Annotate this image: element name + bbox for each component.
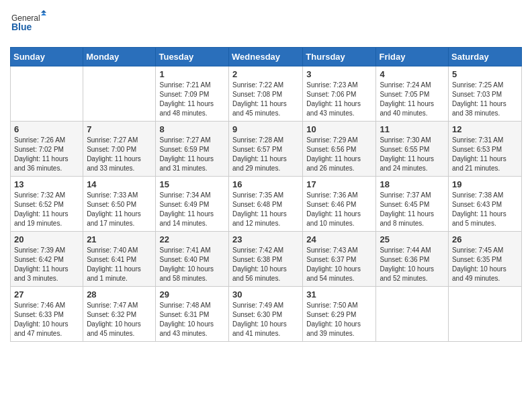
calendar-cell: 25Sunrise: 7:44 AM Sunset: 6:36 PM Dayli… xyxy=(376,232,449,287)
calendar-cell: 5Sunrise: 7:25 AM Sunset: 7:03 PM Daylig… xyxy=(449,66,522,122)
day-number: 15 xyxy=(159,179,225,189)
day-number: 14 xyxy=(87,179,152,189)
day-number: 8 xyxy=(159,124,225,134)
day-info: Sunrise: 7:39 AM Sunset: 6:42 PM Dayligh… xyxy=(14,246,79,283)
calendar-cell: 19Sunrise: 7:38 AM Sunset: 6:43 PM Dayli… xyxy=(449,177,522,232)
calendar-cell: 11Sunrise: 7:30 AM Sunset: 6:55 PM Dayli… xyxy=(376,122,449,177)
day-number: 26 xyxy=(452,234,518,244)
day-info: Sunrise: 7:36 AM Sunset: 6:46 PM Dayligh… xyxy=(306,191,372,228)
calendar-week-row: 1Sunrise: 7:21 AM Sunset: 7:09 PM Daylig… xyxy=(11,66,522,122)
day-info: Sunrise: 7:41 AM Sunset: 6:40 PM Dayligh… xyxy=(159,246,225,283)
calendar-cell: 27Sunrise: 7:46 AM Sunset: 6:33 PM Dayli… xyxy=(11,287,83,342)
svg-marker-2 xyxy=(41,10,46,13)
day-info: Sunrise: 7:28 AM Sunset: 6:57 PM Dayligh… xyxy=(232,136,299,173)
calendar-cell: 21Sunrise: 7:40 AM Sunset: 6:41 PM Dayli… xyxy=(83,232,156,287)
logo-svg: General Blue xyxy=(10,10,47,40)
day-info: Sunrise: 7:42 AM Sunset: 6:38 PM Dayligh… xyxy=(232,246,299,283)
day-number: 13 xyxy=(14,179,79,189)
day-number: 31 xyxy=(306,289,372,300)
calendar-cell: 7Sunrise: 7:27 AM Sunset: 7:00 PM Daylig… xyxy=(83,122,156,177)
day-number: 6 xyxy=(14,124,79,134)
page-header: General Blue xyxy=(10,10,522,40)
day-info: Sunrise: 7:50 AM Sunset: 6:29 PM Dayligh… xyxy=(306,301,372,338)
day-info: Sunrise: 7:32 AM Sunset: 6:52 PM Dayligh… xyxy=(14,191,79,228)
day-header-monday: Monday xyxy=(83,48,156,66)
calendar-cell: 12Sunrise: 7:31 AM Sunset: 6:53 PM Dayli… xyxy=(449,122,522,177)
day-header-thursday: Thursday xyxy=(303,48,376,66)
calendar-cell: 24Sunrise: 7:43 AM Sunset: 6:37 PM Dayli… xyxy=(303,232,376,287)
calendar-cell: 31Sunrise: 7:50 AM Sunset: 6:29 PM Dayli… xyxy=(303,287,376,342)
day-info: Sunrise: 7:21 AM Sunset: 7:09 PM Dayligh… xyxy=(159,81,225,118)
day-header-friday: Friday xyxy=(376,48,449,66)
day-number: 16 xyxy=(232,179,299,189)
day-info: Sunrise: 7:24 AM Sunset: 7:05 PM Dayligh… xyxy=(380,81,445,118)
calendar-cell: 26Sunrise: 7:45 AM Sunset: 6:35 PM Dayli… xyxy=(449,232,522,287)
day-header-sunday: Sunday xyxy=(11,48,83,66)
day-number: 25 xyxy=(380,234,445,244)
calendar-cell: 29Sunrise: 7:48 AM Sunset: 6:31 PM Dayli… xyxy=(156,287,229,342)
day-number: 29 xyxy=(159,289,225,300)
calendar-cell: 1Sunrise: 7:21 AM Sunset: 7:09 PM Daylig… xyxy=(156,66,229,122)
calendar-cell: 6Sunrise: 7:26 AM Sunset: 7:02 PM Daylig… xyxy=(11,122,83,177)
day-info: Sunrise: 7:44 AM Sunset: 6:36 PM Dayligh… xyxy=(380,246,445,283)
day-header-saturday: Saturday xyxy=(449,48,522,66)
calendar-cell xyxy=(449,287,522,342)
day-info: Sunrise: 7:30 AM Sunset: 6:55 PM Dayligh… xyxy=(380,136,445,173)
svg-marker-3 xyxy=(41,13,46,15)
day-number: 24 xyxy=(306,234,372,244)
calendar-cell: 17Sunrise: 7:36 AM Sunset: 6:46 PM Dayli… xyxy=(303,177,376,232)
day-info: Sunrise: 7:27 AM Sunset: 6:59 PM Dayligh… xyxy=(159,136,225,173)
day-number: 7 xyxy=(87,124,152,134)
calendar-cell: 22Sunrise: 7:41 AM Sunset: 6:40 PM Dayli… xyxy=(156,232,229,287)
calendar-cell: 23Sunrise: 7:42 AM Sunset: 6:38 PM Dayli… xyxy=(229,232,303,287)
day-info: Sunrise: 7:49 AM Sunset: 6:30 PM Dayligh… xyxy=(232,301,299,338)
calendar-week-row: 20Sunrise: 7:39 AM Sunset: 6:42 PM Dayli… xyxy=(11,232,522,287)
day-header-wednesday: Wednesday xyxy=(229,48,303,66)
day-number: 19 xyxy=(452,179,518,189)
calendar-cell: 28Sunrise: 7:47 AM Sunset: 6:32 PM Dayli… xyxy=(83,287,156,342)
calendar-cell: 3Sunrise: 7:23 AM Sunset: 7:06 PM Daylig… xyxy=(303,66,376,122)
day-number: 28 xyxy=(87,289,152,300)
day-info: Sunrise: 7:29 AM Sunset: 6:56 PM Dayligh… xyxy=(306,136,372,173)
calendar-week-row: 13Sunrise: 7:32 AM Sunset: 6:52 PM Dayli… xyxy=(11,177,522,232)
day-info: Sunrise: 7:25 AM Sunset: 7:03 PM Dayligh… xyxy=(452,81,518,118)
day-info: Sunrise: 7:26 AM Sunset: 7:02 PM Dayligh… xyxy=(14,136,79,173)
day-info: Sunrise: 7:37 AM Sunset: 6:45 PM Dayligh… xyxy=(380,191,445,228)
calendar-cell: 30Sunrise: 7:49 AM Sunset: 6:30 PM Dayli… xyxy=(229,287,303,342)
calendar-cell: 15Sunrise: 7:34 AM Sunset: 6:49 PM Dayli… xyxy=(156,177,229,232)
day-number: 20 xyxy=(14,234,79,244)
day-number: 11 xyxy=(380,124,445,134)
day-number: 3 xyxy=(306,69,372,79)
day-info: Sunrise: 7:48 AM Sunset: 6:31 PM Dayligh… xyxy=(159,301,225,338)
calendar-cell: 18Sunrise: 7:37 AM Sunset: 6:45 PM Dayli… xyxy=(376,177,449,232)
day-info: Sunrise: 7:35 AM Sunset: 6:48 PM Dayligh… xyxy=(232,191,299,228)
day-number: 30 xyxy=(232,289,299,300)
calendar-cell: 13Sunrise: 7:32 AM Sunset: 6:52 PM Dayli… xyxy=(11,177,83,232)
day-info: Sunrise: 7:47 AM Sunset: 6:32 PM Dayligh… xyxy=(87,301,152,338)
calendar-cell xyxy=(83,66,156,122)
calendar-cell: 10Sunrise: 7:29 AM Sunset: 6:56 PM Dayli… xyxy=(303,122,376,177)
calendar-cell: 2Sunrise: 7:22 AM Sunset: 7:08 PM Daylig… xyxy=(229,66,303,122)
calendar-week-row: 6Sunrise: 7:26 AM Sunset: 7:02 PM Daylig… xyxy=(11,122,522,177)
calendar-cell: 4Sunrise: 7:24 AM Sunset: 7:05 PM Daylig… xyxy=(376,66,449,122)
calendar-cell: 14Sunrise: 7:33 AM Sunset: 6:50 PM Dayli… xyxy=(83,177,156,232)
calendar-table: SundayMondayTuesdayWednesdayThursdayFrid… xyxy=(10,47,522,342)
day-number: 2 xyxy=(232,69,299,79)
calendar-cell: 16Sunrise: 7:35 AM Sunset: 6:48 PM Dayli… xyxy=(229,177,303,232)
calendar-cell: 20Sunrise: 7:39 AM Sunset: 6:42 PM Dayli… xyxy=(11,232,83,287)
day-number: 22 xyxy=(159,234,225,244)
day-info: Sunrise: 7:43 AM Sunset: 6:37 PM Dayligh… xyxy=(306,246,372,283)
calendar-header-row: SundayMondayTuesdayWednesdayThursdayFrid… xyxy=(11,48,522,66)
day-info: Sunrise: 7:33 AM Sunset: 6:50 PM Dayligh… xyxy=(87,191,152,228)
day-info: Sunrise: 7:23 AM Sunset: 7:06 PM Dayligh… xyxy=(306,81,372,118)
day-info: Sunrise: 7:38 AM Sunset: 6:43 PM Dayligh… xyxy=(452,191,518,228)
day-info: Sunrise: 7:31 AM Sunset: 6:53 PM Dayligh… xyxy=(452,136,518,173)
day-number: 5 xyxy=(452,69,518,79)
day-number: 4 xyxy=(380,69,445,79)
calendar-cell: 8Sunrise: 7:27 AM Sunset: 6:59 PM Daylig… xyxy=(156,122,229,177)
day-info: Sunrise: 7:45 AM Sunset: 6:35 PM Dayligh… xyxy=(452,246,518,283)
calendar-cell xyxy=(11,66,83,122)
day-number: 27 xyxy=(14,289,79,300)
day-number: 18 xyxy=(380,179,445,189)
day-number: 10 xyxy=(306,124,372,134)
